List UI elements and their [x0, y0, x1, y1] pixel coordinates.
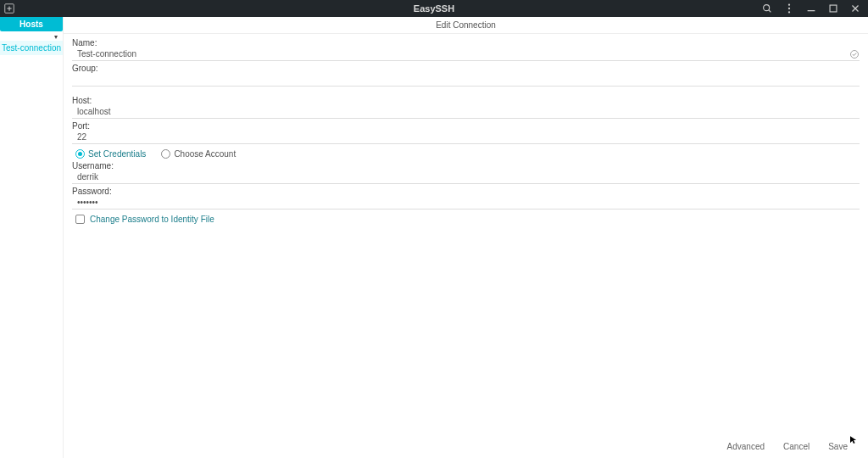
close-icon[interactable] — [849, 3, 861, 14]
sidebar-connection-item[interactable]: Test-connection — [0, 41, 63, 55]
minimize-icon[interactable] — [805, 3, 817, 14]
host-label: Host: — [72, 96, 860, 105]
cancel-button[interactable]: Cancel — [783, 442, 810, 451]
sidebar-collapse-icon[interactable]: ▾ — [0, 31, 63, 41]
svg-point-5 — [788, 3, 790, 5]
sidebar: Hosts ▾ Test-connection — [0, 17, 64, 458]
group-input[interactable] — [72, 73, 860, 87]
search-icon[interactable] — [761, 3, 773, 14]
svg-point-12 — [851, 51, 859, 59]
host-input[interactable] — [72, 105, 860, 119]
port-input[interactable] — [72, 131, 860, 144]
name-label: Name: — [72, 38, 860, 47]
radio-set-credentials-label: Set Credentials — [88, 149, 146, 159]
page-subtitle: Edit Connection — [64, 17, 868, 34]
svg-point-7 — [788, 11, 790, 13]
password-input[interactable] — [72, 196, 860, 209]
name-input[interactable] — [72, 47, 860, 61]
sidebar-hosts-tab[interactable]: Hosts — [0, 17, 63, 31]
radio-dot-icon — [75, 149, 85, 159]
radio-choose-account[interactable]: Choose Account — [161, 149, 236, 159]
menu-icon[interactable] — [783, 3, 795, 14]
mouse-cursor-icon — [850, 436, 857, 444]
checkbox-identity-file-label: Change Password to Identity File — [90, 215, 214, 224]
advanced-button[interactable]: Advanced — [727, 442, 765, 451]
password-label: Password: — [72, 187, 860, 196]
radio-dot-icon — [161, 149, 170, 159]
group-label: Group: — [72, 64, 860, 73]
maximize-icon[interactable] — [827, 3, 839, 14]
port-label: Port: — [72, 121, 860, 131]
username-input[interactable] — [72, 170, 860, 184]
checkbox-identity-file[interactable] — [75, 215, 85, 224]
new-connection-button[interactable] — [3, 3, 15, 14]
svg-point-3 — [764, 5, 770, 11]
radio-choose-account-label: Choose Account — [174, 149, 236, 159]
radio-set-credentials[interactable]: Set Credentials — [75, 149, 146, 159]
save-button[interactable]: Save — [828, 442, 848, 451]
window-title: EasySSH — [414, 3, 454, 14]
name-valid-icon — [849, 49, 860, 59]
svg-rect-9 — [830, 5, 837, 12]
svg-point-6 — [788, 8, 790, 9]
main-area: Edit Connection Name: Group: Host: Port:… — [64, 17, 868, 458]
svg-line-4 — [769, 10, 771, 13]
username-label: Username: — [72, 161, 860, 170]
